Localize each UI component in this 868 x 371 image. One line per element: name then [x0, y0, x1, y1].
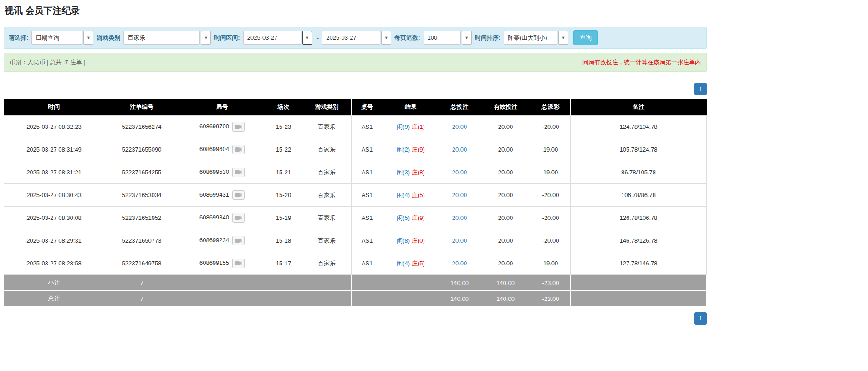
total-row: 总计 7 140.00 140.00 -23.00 [4, 291, 707, 307]
date-from-value[interactable]: 2025-03-27 [243, 31, 301, 45]
page-size-label: 每页笔数: [394, 34, 420, 42]
round-number: 608699530 [199, 168, 229, 175]
sort-order-value[interactable]: 降幂(由大到小) [504, 31, 557, 45]
game-type-select[interactable]: 百家乐 ▼ [123, 31, 211, 45]
time-range-label: 时间区间: [214, 34, 240, 42]
page-root: 视讯 会员下注纪录 请选择: 日期查询 ▼ 游戏类别 百家乐 ▼ 时间区间: 2… [0, 0, 710, 334]
cell-total-bet: 20.00 [439, 207, 480, 229]
chevron-down-icon[interactable]: ▼ [462, 31, 472, 45]
video-replay-icon[interactable] [232, 213, 245, 223]
cell-table-no: AS1 [352, 229, 383, 252]
query-type-value[interactable]: 日期查询 [31, 31, 82, 45]
total-bet-link[interactable]: 20.00 [452, 214, 467, 221]
cell-session: 15-22 [265, 138, 302, 161]
date-to-select[interactable]: 2025-03-27 ▼ [322, 31, 391, 45]
table-row: 2025-03-27 08:30:08 522371651952 6086993… [4, 207, 707, 229]
cell-valid-bet: 20.00 [480, 138, 531, 161]
cell-valid-bet: 20.00 [480, 116, 531, 138]
cell-session: 15-20 [265, 184, 302, 207]
video-replay-icon[interactable] [232, 168, 245, 177]
cell-game-type: 百家乐 [302, 184, 352, 207]
subtotal-valid-bet: 140.00 [480, 275, 531, 291]
result-banker: 庄(9) [412, 146, 425, 153]
cell-time: 2025-03-27 08:30:43 [4, 184, 104, 207]
cell-remark: 105.78/124.78 [571, 138, 707, 161]
pagination-bottom: 1 [4, 312, 707, 325]
video-replay-icon[interactable] [232, 145, 245, 154]
cell-table-no: AS1 [352, 184, 383, 207]
total-bet-link[interactable]: 20.00 [452, 237, 467, 244]
total-label: 总计 [4, 291, 104, 307]
subtotal-payout: -23.00 [531, 275, 571, 291]
cell-time: 2025-03-27 08:31:21 [4, 161, 104, 184]
result-player: 闲(2) [397, 146, 410, 153]
round-number: 608699340 [199, 214, 229, 221]
chevron-down-icon[interactable]: ▼ [302, 31, 312, 45]
page-1-button[interactable]: 1 [694, 312, 707, 325]
total-bet-link[interactable]: 20.00 [452, 146, 467, 153]
cell-table-no: AS1 [352, 116, 383, 138]
cell-remark: 126.78/106.78 [571, 207, 707, 229]
total-count: 7 [104, 291, 179, 307]
total-total-bet: 140.00 [439, 291, 480, 307]
cell-result: 闲(5)庄(9) [383, 207, 439, 229]
header-table-no: 桌号 [352, 99, 383, 116]
result-player: 闲(5) [397, 214, 410, 221]
caret-glyph: ▼ [305, 36, 309, 40]
header-time: 时间 [4, 99, 104, 116]
round-number: 608699431 [199, 191, 229, 198]
total-bet-link[interactable]: 20.00 [452, 169, 467, 176]
total-bet-link[interactable]: 20.00 [452, 192, 467, 198]
sort-order-select[interactable]: 降幂(由大到小) ▼ [504, 31, 568, 45]
header-result: 结果 [383, 99, 439, 116]
page-size-select[interactable]: 100 ▼ [424, 31, 472, 45]
cell-result: 闲(3)庄(8) [383, 161, 439, 184]
result-player: 闲(8) [397, 237, 410, 244]
cell-game-type: 百家乐 [302, 116, 352, 138]
cell-game-type: 百家乐 [302, 161, 352, 184]
table-footer: 小计 7 140.00 140.00 -23.00 总计 7 140.00 14… [4, 275, 707, 307]
video-replay-icon[interactable] [232, 259, 245, 268]
video-replay-icon[interactable] [232, 236, 245, 245]
cell-round: 608699431 [179, 184, 265, 207]
cell-result: 闲(4)庄(5) [383, 184, 439, 207]
result-banker: 庄(5) [412, 260, 425, 267]
header-payout: 总派彩 [531, 99, 571, 116]
chevron-down-icon[interactable]: ▼ [381, 31, 391, 45]
cell-payout: 19.00 [531, 138, 571, 161]
header-valid-bet: 有效投注 [480, 99, 531, 116]
cell-result: 闲(2)庄(9) [383, 138, 439, 161]
caret-glyph: ▼ [384, 36, 388, 40]
cell-table-no: AS1 [352, 138, 383, 161]
total-bet-link[interactable]: 20.00 [452, 123, 467, 130]
info-bar: 币别：人民币 | 总共 :7 注单 | 同局有效投注，统一计算在该局第一张注单内 [4, 53, 707, 72]
cell-remark: 127.78/146.78 [571, 252, 707, 275]
total-bet-link[interactable]: 20.00 [452, 260, 467, 267]
page-1-button[interactable]: 1 [694, 83, 707, 95]
round-number: 608699700 [199, 123, 229, 130]
query-button[interactable]: 查询 [573, 30, 598, 45]
cell-round: 608699340 [179, 207, 265, 229]
query-type-select[interactable]: 日期查询 ▼ [31, 31, 93, 45]
date-from-select[interactable]: 2025-03-27 ▼ [243, 31, 312, 45]
cell-table-no: AS1 [352, 161, 383, 184]
video-replay-icon[interactable] [232, 190, 245, 200]
cell-remark: 86.78/105.78 [571, 161, 707, 184]
game-type-value[interactable]: 百家乐 [123, 31, 200, 45]
cell-round: 608699530 [179, 161, 265, 184]
result-player: 闲(4) [397, 260, 410, 267]
cell-bet-id: 522371650773 [104, 229, 179, 252]
range-separator: ~ [316, 35, 319, 41]
date-to-value[interactable]: 2025-03-27 [322, 31, 380, 45]
round-number: 608699234 [199, 237, 229, 244]
chevron-down-icon[interactable]: ▼ [201, 31, 211, 45]
caret-glyph: ▼ [87, 36, 91, 40]
page-size-value[interactable]: 100 [424, 31, 461, 45]
table-row: 2025-03-27 08:29:31 522371650773 6086992… [4, 229, 707, 252]
result-banker: 庄(1) [412, 123, 425, 130]
chevron-down-icon[interactable]: ▼ [558, 31, 568, 45]
header-round: 局号 [179, 99, 265, 116]
caret-glyph: ▼ [562, 36, 566, 40]
chevron-down-icon[interactable]: ▼ [83, 31, 93, 45]
video-replay-icon[interactable] [232, 122, 245, 132]
